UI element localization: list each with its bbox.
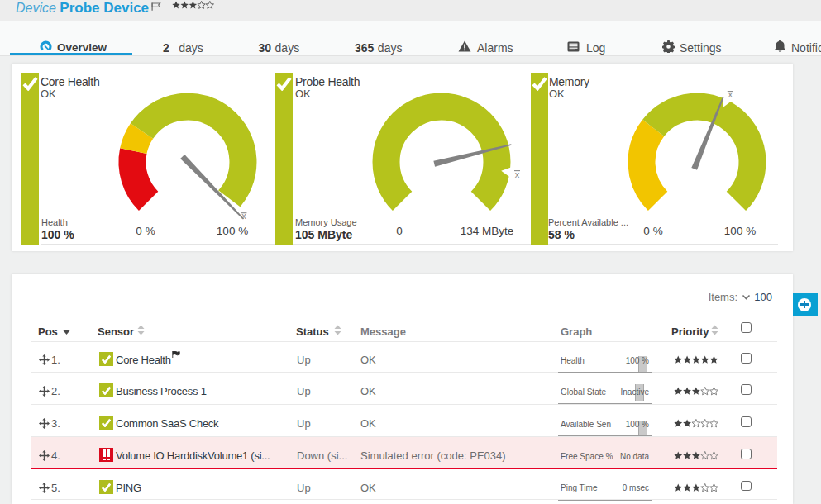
svg-text:x: x [728,89,733,99]
svg-text:x: x [241,211,246,221]
